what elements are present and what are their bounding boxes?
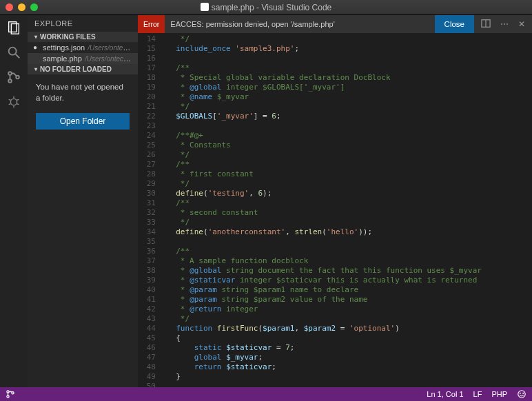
window-titlebar: sample.php - Visual Studio Code (0, 0, 532, 15)
code-editor[interactable]: 1415161718192021222324252627282930313233… (138, 33, 532, 387)
open-folder-button[interactable]: Open Folder (36, 113, 130, 130)
editor-actions: ⋯ ✕ (474, 19, 532, 30)
eol-indicator[interactable]: LF (473, 390, 482, 398)
code-content[interactable]: */ include_once 'sample3.php'; /** * Spe… (163, 33, 532, 387)
notification-close-button[interactable]: Close (435, 15, 474, 33)
language-mode[interactable]: PHP (491, 390, 507, 398)
status-bar: Ln 1, Col 1 LF PHP (0, 387, 532, 401)
editor-pane: Error EACCES: permission denied, open '/… (138, 15, 532, 387)
close-editor-icon[interactable]: ✕ (518, 19, 525, 29)
svg-point-2 (9, 48, 17, 55)
split-editor-icon[interactable] (481, 19, 491, 30)
notification-message: EACCES: permission denied, open '/sample… (165, 20, 434, 28)
debug-icon[interactable] (6, 94, 22, 110)
svg-line-3 (16, 54, 20, 59)
svg-point-17 (7, 395, 9, 398)
svg-point-4 (8, 72, 12, 75)
svg-point-20 (520, 393, 520, 393)
explorer-icon[interactable] (6, 19, 22, 36)
working-file-item[interactable]: sample.php/Users/ontecnia/... (28, 53, 138, 64)
cursor-position[interactable]: Ln 1, Col 1 (427, 390, 463, 398)
no-folder-section[interactable]: NO FOLDER LOADED (28, 64, 138, 74)
svg-point-7 (10, 99, 17, 105)
working-files-section[interactable]: WORKING FILES (28, 32, 138, 42)
activity-bar (0, 15, 28, 387)
svg-line-10 (17, 99, 19, 100)
svg-line-12 (17, 104, 19, 105)
git-icon[interactable] (6, 69, 22, 85)
sidebar-title: EXPLORE (28, 15, 138, 32)
line-number-gutter: 1415161718192021222324252627282930313233… (138, 33, 163, 387)
working-file-item[interactable]: settings.json/Users/ontecnia/... (28, 42, 138, 53)
window-title: sample.php - Visual Studio Code (0, 3, 532, 12)
svg-line-9 (9, 99, 11, 100)
error-badge: Error (138, 15, 165, 33)
svg-point-21 (523, 393, 524, 393)
search-icon[interactable] (6, 44, 22, 61)
svg-point-16 (7, 391, 9, 393)
feedback-icon[interactable] (517, 389, 526, 399)
svg-line-11 (9, 104, 11, 105)
no-folder-message: You have not yet opened a folder. (28, 74, 138, 110)
more-actions-icon[interactable]: ⋯ (500, 19, 509, 29)
git-branch-icon[interactable] (6, 391, 15, 399)
notification-bar: Error EACCES: permission denied, open '/… (138, 15, 532, 33)
svg-point-5 (8, 79, 12, 83)
explorer-sidebar: EXPLORE WORKING FILES settings.json/User… (28, 15, 138, 387)
file-icon (201, 3, 209, 11)
svg-point-19 (518, 391, 526, 398)
svg-point-6 (16, 76, 19, 79)
